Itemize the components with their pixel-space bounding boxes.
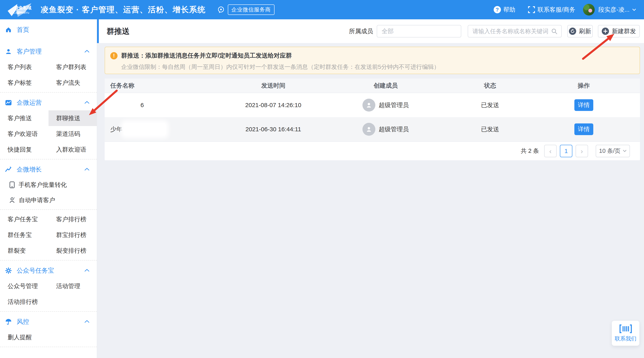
main-area: 群推送 所属成员 全部 刷新 (97, 19, 644, 358)
chevron-up-icon (84, 101, 90, 105)
chevron-up-icon (84, 168, 90, 172)
alert-icon: ! (110, 52, 118, 59)
sidebar-item-customer-group-list[interactable]: 客户群列表 (48, 59, 97, 75)
sidebar-item-group-welcome[interactable]: 入群欢迎语 (48, 142, 97, 157)
table-header-row: 任务名称 发送时间 创建成员 状态 操作 (105, 79, 640, 93)
featured-label: 自动申请客户 (19, 196, 55, 204)
sidebar-item-phone-batch-convert[interactable]: 手机客户批量转化 (0, 177, 97, 192)
contact-us-widget[interactable]: 联系我们 (612, 321, 639, 346)
sidebar-section-customer-mgmt: 客户管理 客户列表 客户群列表 客户标签 客户流失 (0, 44, 97, 91)
section-header-risk-control[interactable]: 风控 (0, 314, 97, 329)
sidebar-item-group-task-bao[interactable]: 群任务宝 (0, 227, 48, 243)
contact-service-menu[interactable]: 联系客服/商务 (528, 6, 575, 14)
chat-bubble-icon (217, 6, 225, 14)
page-size-select[interactable]: 10 条/页 (596, 145, 630, 157)
sidebar-item-auto-apply-customer[interactable]: 自动申请客户 (0, 192, 97, 208)
sidebar-item-customer-tags[interactable]: 客户标签 (0, 75, 48, 91)
user-outline-icon (9, 197, 15, 204)
create-broadcast-label: 新建群发 (612, 27, 636, 36)
status-cell: 已发送 (442, 101, 538, 109)
divider (0, 347, 97, 347)
barcode-icon (620, 324, 632, 333)
sidebar-section-wecom-ops: 企微运营 客户推送 群聊推送 客户欢迎语 渠道活码 快捷回复 入群欢迎语 (0, 95, 97, 157)
action-cell: 详情 (538, 99, 629, 111)
logo-text-cn: 凌鱼私域 (14, 6, 32, 10)
sidebar-item-activity-mgmt[interactable]: 活动管理 (48, 278, 97, 294)
topbar-right: ? 帮助 联系客服/商务 段实彦-凌... (494, 4, 636, 16)
creator-name: 超级管理员 (378, 101, 409, 109)
sidebar-item-official-account-mgmt[interactable]: 公众号管理 (0, 278, 48, 294)
page-number-button[interactable]: 1 (560, 145, 572, 157)
sidebar-item-group-chat-push[interactable]: 群聊推送 (48, 110, 97, 126)
refresh-button[interactable]: 刷新 (567, 25, 593, 38)
sidebar-item-group-fission[interactable]: 群裂变 (0, 243, 48, 258)
notice-banner: ! 群推送：添加群推送消息任务并立即/定时通知员工发送给对应群 企业微信限制：每… (105, 47, 640, 74)
refresh-icon (569, 28, 576, 35)
send-time-cell: 2021-08-07 14:26:10 (217, 102, 330, 109)
status-cell: 已发送 (442, 125, 538, 134)
featured-label: 手机客户批量转化 (18, 181, 67, 189)
search-box (468, 25, 562, 38)
creator-avatar-icon (362, 99, 375, 112)
page-header: 群推送 所属成员 全部 刷新 (97, 19, 644, 43)
sidebar-item-activity-ranking[interactable]: 活动排行榜 (0, 294, 48, 310)
app-title: 凌鱼裂变 · 客户管理、运营、活粉、增长系统 (41, 4, 206, 15)
notice-description: 企业微信限制：每自然周（周一至周日）内仅可针对一个群发送一条消息（定时群发任务：… (121, 63, 634, 71)
search-input[interactable] (472, 28, 551, 35)
section-title: 企微运营 (17, 99, 42, 107)
sidebar-item-customer-welcome[interactable]: 客户欢迎语 (0, 126, 48, 142)
pagination: 共 2 条 ‹ 1 › 10 条/页 (105, 141, 640, 160)
sidebar-item-customer-churn[interactable]: 客户流失 (48, 75, 97, 91)
sidebar-item-fission-ranking[interactable]: 裂变排行榜 (48, 243, 97, 258)
creator-name: 超级管理员 (378, 125, 409, 134)
section-title: 公众号任务宝 (17, 266, 54, 275)
app-screen: 凌鱼私域 LingYuSiYu 凌鱼裂变 · 客户管理、运营、活粉、增长系统 企… (0, 0, 644, 358)
sidebar-section-risk-control: 风控 删人提醒 (0, 314, 97, 345)
create-broadcast-button[interactable]: 新建群发 (598, 25, 640, 38)
sidebar-item-home[interactable]: 首页 (0, 22, 97, 38)
sidebar-item-delete-reminder[interactable]: 删人提醒 (0, 329, 48, 345)
sidebar-item-customer-list[interactable]: 客户列表 (0, 59, 48, 75)
sidebar: 首页 客户管理 客户列表 客户群列表 客户标签 客户流失 (0, 19, 97, 358)
divider (0, 311, 97, 312)
sidebar-item-group-bao-ranking[interactable]: 群宝排行榜 (48, 227, 97, 243)
user-avatar[interactable] (583, 4, 595, 16)
section-title: 企微增长 (17, 165, 42, 174)
creator-avatar-icon (362, 123, 375, 136)
section-header-wecom-ops[interactable]: 企微运营 (0, 95, 97, 110)
divider (0, 209, 97, 210)
column-header-action: 操作 (538, 82, 629, 90)
redacted-blur (110, 99, 140, 111)
search-icon[interactable] (551, 28, 558, 35)
detail-button[interactable]: 详情 (574, 99, 593, 111)
help-label: 帮助 (503, 6, 516, 14)
divider (0, 159, 97, 159)
user-menu[interactable]: 段实彦-凌... (598, 6, 636, 14)
section-title: 客户管理 (17, 47, 42, 56)
member-filter-select[interactable]: 全部 (377, 25, 461, 38)
phone-icon (9, 181, 15, 188)
user-icon (5, 48, 12, 55)
chevron-up-icon (84, 320, 90, 324)
detail-button[interactable]: 详情 (574, 123, 593, 135)
next-page-button[interactable]: › (576, 145, 588, 157)
sidebar-section-official-account: 公众号任务宝 公众号管理 活动管理 活动排行榜 (0, 263, 97, 310)
sidebar-item-customer-task-bao[interactable]: 客户任务宝 (0, 211, 48, 227)
column-header-send-time: 发送时间 (217, 82, 330, 90)
section-header-wecom-growth[interactable]: 企微增长 (0, 162, 97, 177)
service-provider-badge: 企业微信服务商 (228, 5, 274, 15)
prev-page-button[interactable]: ‹ (544, 145, 557, 157)
app-logo: 凌鱼私域 LingYuSiYu (6, 1, 36, 18)
section-header-official-account[interactable]: 公众号任务宝 (0, 263, 97, 278)
help-menu[interactable]: ? 帮助 (494, 6, 516, 14)
sidebar-item-customer-push[interactable]: 客户推送 (0, 110, 48, 126)
umbrella-icon (5, 318, 12, 325)
sidebar-section-wecom-growth: 企微增长 手机客户批量转化 自动申请客户 客户任务宝 客户排行榜 群任务宝 群宝… (0, 162, 97, 258)
sidebar-item-customer-ranking[interactable]: 客户排行榜 (48, 211, 97, 227)
sidebar-item-channel-code[interactable]: 渠道活码 (48, 126, 97, 142)
section-header-customer-mgmt[interactable]: 客户管理 (0, 44, 97, 59)
member-filter-value: 全部 (382, 27, 394, 36)
chevron-up-icon (84, 269, 90, 273)
sidebar-item-quick-reply[interactable]: 快捷回复 (0, 142, 48, 157)
scan-frame-icon (528, 6, 535, 13)
